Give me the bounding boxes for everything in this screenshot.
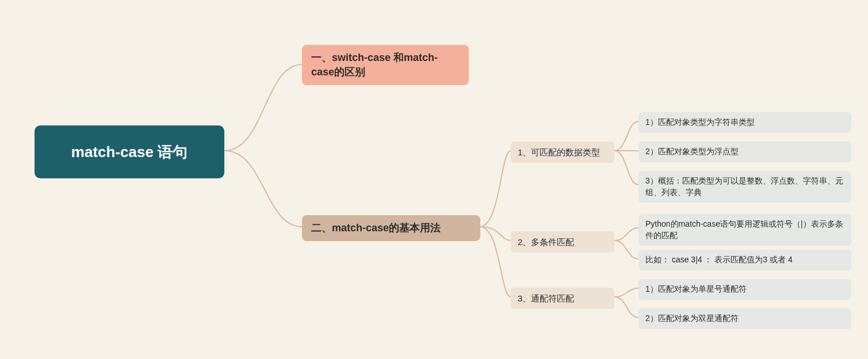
branch-2[interactable]: 二、match-case的基本用法 [302, 215, 480, 241]
leaf-s1-3[interactable]: 3）概括：匹配类型为可以是整数、浮点数、字符串、元组、列表、字典 [638, 171, 851, 203]
subnode-2-2[interactable]: 2、多条件匹配 [511, 231, 614, 253]
branch-1[interactable]: 一、switch-case 和match-case的区别 [302, 45, 469, 85]
leaf-s1-1[interactable]: 1）匹配对象类型为字符串类型 [638, 112, 851, 133]
mindmap-canvas: { "root": { "title": "match-case 语句" }, … [0, 0, 868, 359]
leaf-s1-3-label: 3）概括：匹配类型为可以是整数、浮点数、字符串、元组、列表、字典 [645, 176, 843, 197]
leaf-s3-2[interactable]: 2）匹配对象为双星通配符 [638, 308, 851, 329]
leaf-s2-2-label: 比如： case 3|4 ： 表示匹配值为3 或者 4 [645, 255, 793, 264]
subnode-2-3-label: 3、通配符匹配 [518, 293, 574, 303]
leaf-s2-2[interactable]: 比如： case 3|4 ： 表示匹配值为3 或者 4 [638, 250, 851, 270]
root-node[interactable]: match-case 语句 [35, 125, 224, 178]
subnode-2-1[interactable]: 1、可匹配的数据类型 [511, 142, 614, 163]
subnode-2-1-label: 1、可匹配的数据类型 [518, 147, 600, 157]
leaf-s3-1[interactable]: 1）匹配对象为单星号通配符 [638, 279, 851, 300]
leaf-s3-1-label: 1）匹配对象为单星号通配符 [645, 284, 747, 293]
subnode-2-3[interactable]: 3、通配符匹配 [511, 288, 614, 309]
leaf-s2-1[interactable]: Python的match-case语句要用逻辑或符号（|）表示多条件的匹配 [638, 214, 851, 246]
leaf-s2-1-label: Python的match-case语句要用逻辑或符号（|）表示多条件的匹配 [645, 219, 843, 240]
branch-1-label: 一、switch-case 和match-case的区别 [311, 52, 438, 78]
leaf-s3-2-label: 2）匹配对象为双星通配符 [645, 314, 739, 323]
branch-2-label: 二、match-case的基本用法 [311, 222, 441, 234]
leaf-s1-1-label: 1）匹配对象类型为字符串类型 [645, 117, 755, 127]
leaf-s1-2-label: 2）匹配对象类型为浮点型 [645, 147, 739, 156]
leaf-s1-2[interactable]: 2）匹配对象类型为浮点型 [638, 142, 851, 162]
root-node-label: match-case 语句 [71, 143, 188, 161]
subnode-2-2-label: 2、多条件匹配 [518, 237, 574, 247]
